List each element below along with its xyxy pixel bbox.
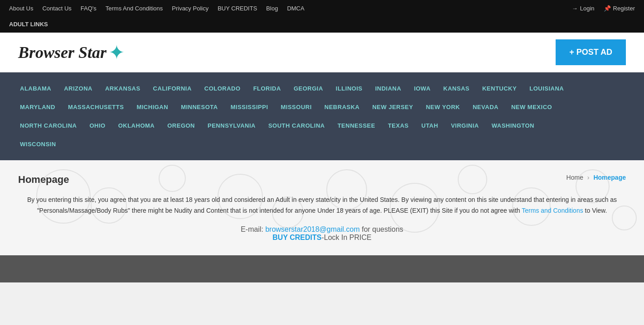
state-iowa[interactable]: IOWA bbox=[407, 81, 437, 96]
top-nav-links: About Us Contact Us FAQ's Terms And Cond… bbox=[9, 1, 305, 15]
state-maryland[interactable]: MARYLAND bbox=[14, 100, 62, 114]
page-title: Homepage bbox=[18, 174, 69, 186]
nav-about-us[interactable]: About Us bbox=[9, 5, 33, 12]
state-virginia[interactable]: VIRGINIA bbox=[445, 119, 485, 133]
state-south-carolina[interactable]: SOUTH CAROLINA bbox=[262, 119, 331, 133]
state-north-carolina[interactable]: NORTH CAROLINA bbox=[14, 119, 83, 133]
email-suffix: for questions bbox=[362, 225, 403, 233]
state-michigan[interactable]: MICHIGAN bbox=[130, 100, 174, 114]
disclaimer-text: By you entering this site, you agree tha… bbox=[18, 195, 626, 216]
site-header: Browser Star ✦ + POST AD bbox=[0, 33, 644, 72]
disclaimer-end: to View. bbox=[585, 207, 607, 214]
logo-text: Browser Star bbox=[18, 43, 107, 62]
buy-credits-link[interactable]: BUY CREDITS bbox=[272, 234, 321, 241]
state-ohio[interactable]: OHIO bbox=[83, 119, 111, 133]
state-missouri[interactable]: MISSOURI bbox=[275, 100, 318, 114]
email-line: E-mail: browserstar2018@gmail.com for qu… bbox=[18, 225, 626, 234]
state-nevada[interactable]: NEVADA bbox=[466, 100, 505, 114]
states-row-4: WISCONSIN bbox=[14, 135, 630, 153]
nav-blog[interactable]: Blog bbox=[266, 5, 278, 12]
state-new-york[interactable]: NEW YORK bbox=[420, 100, 466, 114]
top-nav-main-row: About Us Contact Us FAQ's Terms And Cond… bbox=[9, 0, 635, 16]
state-texas[interactable]: TEXAS bbox=[382, 119, 415, 133]
logo-star-icon: ✦ bbox=[108, 41, 125, 64]
state-minnesota[interactable]: MINNESOTA bbox=[174, 100, 224, 114]
state-kansas[interactable]: KANSAS bbox=[437, 81, 476, 96]
state-california[interactable]: CALIFORNIA bbox=[147, 81, 198, 96]
state-oklahoma[interactable]: OKLAHOMA bbox=[112, 119, 161, 133]
state-oregon[interactable]: OREGON bbox=[161, 119, 201, 133]
state-utah[interactable]: UTAH bbox=[415, 119, 445, 133]
state-wisconsin[interactable]: WISCONSIN bbox=[14, 137, 63, 151]
state-new-jersey[interactable]: NEW JERSEY bbox=[366, 100, 419, 114]
state-nebraska[interactable]: NEBRASKA bbox=[318, 100, 366, 114]
email-section: E-mail: browserstar2018@gmail.com for qu… bbox=[18, 225, 626, 242]
breadcrumb-separator: › bbox=[587, 174, 590, 181]
register-link[interactable]: 📌 Register bbox=[604, 5, 635, 12]
state-georgia[interactable]: GEORGIA bbox=[287, 81, 329, 96]
login-icon: → bbox=[572, 5, 578, 12]
terms-conditions-link[interactable]: Terms and Conditions bbox=[522, 207, 583, 214]
page-header-row: Homepage Home › Homepage bbox=[18, 174, 626, 195]
main-content: Homepage Home › Homepage By you entering… bbox=[0, 160, 644, 255]
breadcrumb-home[interactable]: Home bbox=[567, 174, 583, 181]
top-navigation: About Us Contact Us FAQ's Terms And Cond… bbox=[0, 0, 644, 33]
state-louisiana[interactable]: LOUISIANA bbox=[523, 81, 570, 96]
state-mississippi[interactable]: MISSISSIPPI bbox=[224, 100, 275, 114]
states-row-3: NORTH CAROLINA OHIO OKLAHOMA OREGON PENN… bbox=[14, 116, 630, 135]
state-tennessee[interactable]: TENNESSEE bbox=[331, 119, 382, 133]
state-pennsylvania[interactable]: PENNSYLVANIA bbox=[201, 119, 262, 133]
nav-terms[interactable]: Terms And Conditions bbox=[106, 5, 163, 12]
adult-links[interactable]: ADULT LINKS bbox=[9, 21, 48, 28]
nav-faqs[interactable]: FAQ's bbox=[81, 5, 97, 12]
site-footer bbox=[0, 255, 644, 282]
state-washington[interactable]: WASHINGTON bbox=[485, 119, 541, 133]
top-nav-right: → Login 📌 Register bbox=[572, 5, 635, 12]
state-kentucky[interactable]: KENTUCKY bbox=[476, 81, 523, 96]
nav-buy-credits[interactable]: BUY CREDITS bbox=[218, 5, 257, 12]
login-link[interactable]: → Login bbox=[572, 5, 595, 12]
state-illinois[interactable]: ILLINOIS bbox=[329, 81, 369, 96]
post-ad-button[interactable]: + POST AD bbox=[556, 39, 626, 65]
breadcrumb: Home › Homepage bbox=[567, 174, 626, 181]
state-colorado[interactable]: COLORADO bbox=[198, 81, 247, 96]
breadcrumb-current: Homepage bbox=[593, 174, 626, 181]
login-label: Login bbox=[580, 5, 595, 12]
top-nav-second-row: ADULT LINKS bbox=[9, 16, 635, 33]
state-arkansas[interactable]: ARKANSAS bbox=[99, 81, 147, 96]
state-indiana[interactable]: INDIANA bbox=[369, 81, 408, 96]
state-navigation: ALABAMA ARIZONA ARKANSAS CALIFORNIA COLO… bbox=[0, 72, 644, 160]
state-florida[interactable]: FLORIDA bbox=[247, 81, 287, 96]
states-row-2: MARYLAND MASSACHUSETTS MICHIGAN MINNESOT… bbox=[14, 98, 630, 116]
state-massachusetts[interactable]: MASSACHUSETTS bbox=[62, 100, 131, 114]
states-row-1: ALABAMA ARIZONA ARKANSAS CALIFORNIA COLO… bbox=[14, 79, 630, 98]
state-alabama[interactable]: ALABAMA bbox=[14, 81, 58, 96]
buy-credits-line: BUY CREDITS-Lock In PRICE bbox=[18, 234, 626, 242]
buy-credits-suffix: -Lock In PRICE bbox=[321, 234, 371, 241]
register-label: Register bbox=[613, 5, 635, 12]
email-address[interactable]: browserstar2018@gmail.com bbox=[265, 225, 359, 233]
state-arizona[interactable]: ARIZONA bbox=[58, 81, 99, 96]
state-new-mexico[interactable]: NEW MEXICO bbox=[505, 100, 558, 114]
site-logo: Browser Star ✦ bbox=[18, 41, 125, 64]
nav-privacy[interactable]: Privacy Policy bbox=[172, 5, 208, 12]
email-label: E-mail: bbox=[241, 225, 263, 233]
nav-dmca[interactable]: DMCA bbox=[287, 5, 304, 12]
nav-contact-us[interactable]: Contact Us bbox=[42, 5, 71, 12]
register-icon: 📌 bbox=[604, 5, 611, 12]
